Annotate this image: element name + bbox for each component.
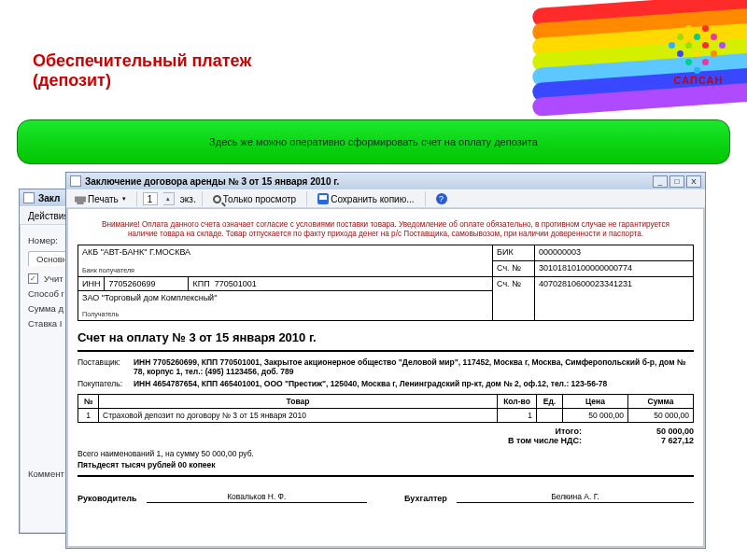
window-icon [70, 175, 81, 187]
buyer-row: Покупатель: ИНН 4654787654, КПП 46540100… [78, 379, 694, 388]
bik-label: БИК [493, 245, 535, 260]
save-icon [317, 193, 329, 204]
inn-value: 7705260699 [108, 279, 155, 288]
close-button[interactable]: X [686, 175, 701, 188]
totals: Итого:50 000,00 В том числе НДС:7 627,12 [78, 427, 694, 445]
view-only-button[interactable]: Только просмотр [208, 192, 301, 206]
nds-value: 7 627,12 [619, 436, 694, 445]
count-line: Всего наименований 1, на сумму 50 000,00… [78, 449, 694, 458]
help-button[interactable]: ? [431, 191, 452, 206]
manager-name: Ковальков Н. Ф. [147, 492, 367, 503]
info-banner-text: Здесь же можно оперативно сформировать с… [209, 136, 538, 147]
bank-acct-label: Сч. № [493, 260, 535, 276]
payee-acct-label: Сч. № [493, 276, 535, 320]
bank-recipient-label: Банк получателя [82, 266, 488, 274]
copies-input[interactable]: 1 [143, 192, 158, 205]
buyer-label: Покупатель: [78, 379, 134, 388]
help-icon: ? [436, 193, 447, 204]
items-table: № Товар Кол-во Ед. Цена Сумма 1 Страхово… [78, 394, 694, 423]
table-row: 1 Страховой депозит по договору № 3 от 1… [78, 408, 694, 422]
brand-logo [669, 17, 728, 73]
bik-value: 000000003 [535, 245, 694, 260]
amount-words: Пятьдесят тысяч рублей 00 копеек [78, 460, 694, 469]
payee-name: ЗАО "Торговый дом Комплексный" [82, 293, 488, 302]
brand: САПСАН [669, 17, 728, 86]
payee-label: Получатель [82, 310, 488, 318]
total-value: 50 000,00 [619, 427, 694, 436]
bank-name: АКБ "АВТ-БАНК" Г.МОСКВА [82, 247, 488, 257]
payee-acct-value: 40702810600023341231 [535, 276, 694, 320]
minimize-button[interactable]: _ [653, 175, 668, 188]
supplier-row: Поставщик: ИНН 7705260699, КПП 770501001… [78, 357, 694, 376]
kpp-value: 770501001 [215, 279, 257, 288]
magnifier-icon [213, 195, 221, 203]
signatures: Руководитель Ковальков Н. Ф. Бухгалтер Б… [78, 492, 694, 503]
warning-text: Внимание! Оплата данного счета означает … [78, 217, 694, 245]
print-button[interactable]: Печать▾ [70, 191, 131, 206]
window-title: Заключение договора аренды № 3 от 15 янв… [85, 176, 651, 187]
toolbar: Печать▾ 1▴ экз. Только просмотр Сохранит… [66, 189, 705, 208]
invoice-window: Заключение договора аренды № 3 от 15 янв… [65, 172, 706, 549]
supplier-value: ИНН 7705260699, КПП 770501001, Закрытое … [134, 357, 694, 376]
invoice-document: Внимание! Оплата данного счета означает … [67, 208, 704, 547]
slide-title-line2: (депозит) [33, 71, 251, 91]
bg-chk-label: Учит [44, 273, 63, 284]
bank-details-table: АКБ "АВТ-БАНК" Г.МОСКВА Банк получателя … [78, 245, 694, 321]
brand-label: САПСАН [669, 75, 728, 86]
copies-suffix: экз. [180, 194, 196, 204]
print-icon [75, 193, 86, 204]
copies-stepper[interactable]: ▴ [163, 192, 175, 205]
save-copy-button[interactable]: Сохранить копию... [313, 191, 418, 206]
invoice-heading: Счет на оплату № 3 от 15 января 2010 г. [78, 321, 694, 346]
window-icon [23, 192, 35, 203]
manager-label: Руководитель [78, 494, 137, 503]
bank-acct-value: 30101810100000000774 [535, 260, 694, 276]
maximize-button[interactable]: □ [669, 175, 684, 188]
titlebar[interactable]: Заключение договора аренды № 3 от 15 янв… [66, 173, 705, 189]
accountant-label: Бухгалтер [404, 494, 447, 503]
buyer-value: ИНН 4654787654, КПП 465401001, ООО "Прес… [134, 379, 694, 388]
slide-title: Обеспечительный платеж (депозит) [33, 51, 251, 90]
info-banner: Здесь же можно оперативно сформировать с… [17, 119, 730, 164]
bg-checkbox-uchit[interactable]: ✓ [28, 273, 38, 284]
slide-title-line1: Обеспечительный платеж [33, 51, 251, 71]
accountant-name: Белкина А. Г. [457, 492, 694, 503]
supplier-label: Поставщик: [78, 357, 134, 376]
